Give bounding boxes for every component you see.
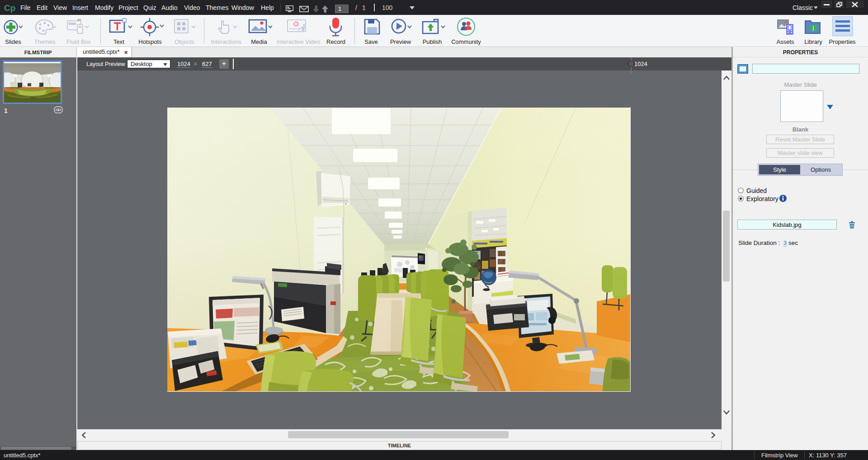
svg-text:Cp: Cp	[4, 3, 15, 13]
